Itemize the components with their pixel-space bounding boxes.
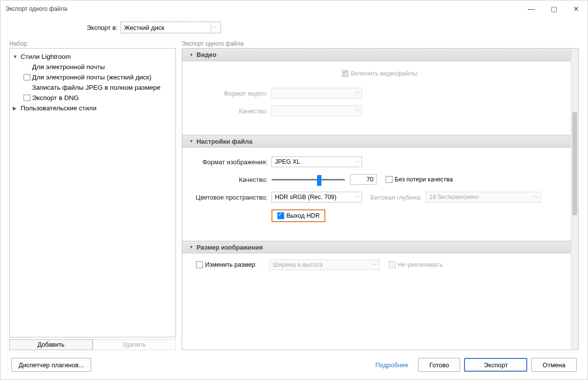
chk-spacer <box>24 84 30 91</box>
preset-jpeg-full[interactable]: Записать файлы JPEG в полном размере <box>12 82 173 93</box>
chevron-down-icon: ﹀ <box>355 159 360 165</box>
section-video-header[interactable]: ▼ Видео <box>182 49 578 61</box>
triangle-down-icon: ▼ <box>189 52 194 57</box>
cancel-button[interactable]: Отмена <box>531 358 577 372</box>
preset-email[interactable]: Для электронной почты <box>12 62 173 72</box>
window-controls: — ▢ ✕ <box>520 0 588 17</box>
window-title: Экспорт одного файла <box>5 5 67 12</box>
preset-checkbox[interactable] <box>24 74 30 81</box>
hdr-output-highlight: Выход HDR <box>271 209 325 222</box>
triangle-right-icon: ▶ <box>13 105 19 111</box>
image-format-label: Формат изображения: <box>193 158 271 166</box>
section-file-body: Формат изображения: JPEG XL﹀ Качество: Б… <box>182 148 578 241</box>
checkbox-icon <box>277 212 284 219</box>
video-format-select: ﹀ <box>271 88 362 99</box>
triangle-down-icon: ▼ <box>13 54 19 59</box>
section-file-header[interactable]: ▼ Настройки файла <box>182 135 578 148</box>
export-destination-select[interactable]: Жесткий диск ﹀ <box>121 22 221 33</box>
include-video-checkbox: Включить видеофайлы: <box>342 70 419 77</box>
plugin-manager-button[interactable]: Диспетчер плагинов... <box>11 358 91 372</box>
preset-checkbox[interactable] <box>24 95 30 101</box>
video-quality-label: Качество: <box>193 107 271 115</box>
colorspace-label: Цветовое пространство: <box>193 194 271 201</box>
checkbox-icon <box>196 261 203 268</box>
triangle-down-icon: ▼ <box>189 245 194 250</box>
done-button[interactable]: Готово <box>418 358 460 372</box>
quality-label: Качество: <box>193 176 271 183</box>
maximize-button[interactable]: ▢ <box>542 0 565 17</box>
presets-panel: Набор: ▼ Стили Lightroom Для электронной… <box>9 40 176 350</box>
titlebar: Экспорт одного файла — ▢ ✕ <box>0 0 588 17</box>
settings-panel: Экспорт одного файла ▼ Видео Включить ви… <box>182 40 579 350</box>
preset-group-lightroom[interactable]: ▼ Стили Lightroom <box>12 51 173 62</box>
checkbox-icon <box>386 176 392 183</box>
colorspace-select[interactable]: HDR sRGB (Rec. 709)﹀ <box>271 192 362 203</box>
presets-header: Набор: <box>9 40 176 48</box>
triangle-down-icon: ▼ <box>189 139 194 144</box>
checkbox-icon <box>342 70 349 77</box>
quality-slider[interactable] <box>271 174 345 185</box>
resize-mode-select: Ширина и высота﹀ <box>270 259 380 270</box>
chevron-down-icon: ﹀ <box>355 108 360 114</box>
export-button[interactable]: Экспорт <box>464 358 527 372</box>
quality-input[interactable] <box>350 174 377 185</box>
image-format-select[interactable]: JPEG XL﹀ <box>271 156 362 167</box>
chevron-down-icon: ﹀ <box>355 194 360 201</box>
lossless-checkbox[interactable]: Без потери качества <box>386 176 453 183</box>
section-video-body: Включить видеофайлы: Формат видео: ﹀ Кач… <box>182 61 578 135</box>
chevron-down-icon: ﹀ <box>211 22 219 33</box>
chevron-down-icon: ﹀ <box>355 90 360 97</box>
chevron-down-icon: ﹀ <box>373 262 377 268</box>
preset-group-user[interactable]: ▶ Пользовательские стили <box>12 103 173 113</box>
no-upscale-checkbox: Не увеличивать <box>389 261 442 268</box>
presets-tree[interactable]: ▼ Стили Lightroom Для электронной почты … <box>9 48 176 337</box>
section-size-body: Изменить размер: Ширина и высота﹀ Не уве… <box>182 253 578 289</box>
close-button[interactable]: ✕ <box>565 0 588 17</box>
scrollbar-thumb[interactable] <box>572 112 577 215</box>
export-to-label: Экспорт в: <box>0 24 121 31</box>
export-destination-value: Жесткий диск <box>124 24 164 31</box>
bitdepth-select: 16 бит/компонент﹀ <box>426 192 541 203</box>
minimize-button[interactable]: — <box>520 0 542 17</box>
checkbox-icon <box>389 261 395 268</box>
export-destination-row: Экспорт в: Жесткий диск ﹀ <box>0 17 588 36</box>
video-quality-select: ﹀ <box>271 105 362 116</box>
add-preset-button[interactable]: Добавить <box>9 339 93 350</box>
remove-preset-button: Удалить <box>93 339 176 350</box>
chk-spacer <box>24 64 30 71</box>
vertical-scrollbar[interactable] <box>571 49 578 350</box>
section-size-header[interactable]: ▼ Размер изображения <box>182 241 578 253</box>
bitdepth-label: Битовая глубина: <box>362 194 426 201</box>
hdr-output-checkbox[interactable]: Выход HDR <box>277 212 319 219</box>
preset-email-hd[interactable]: Для электронной почты (жесткий диск) <box>12 72 173 82</box>
settings-header: Экспорт одного файла <box>182 40 579 48</box>
video-format-label: Формат видео: <box>193 90 271 97</box>
preset-dng[interactable]: Экспорт в DNG <box>12 93 173 103</box>
more-link[interactable]: Подробнее <box>375 361 408 369</box>
footer: Диспетчер плагинов... Подробнее Готово Э… <box>0 350 588 380</box>
resize-checkbox[interactable]: Изменить размер: <box>196 261 270 268</box>
chevron-down-icon: ﹀ <box>534 194 539 201</box>
